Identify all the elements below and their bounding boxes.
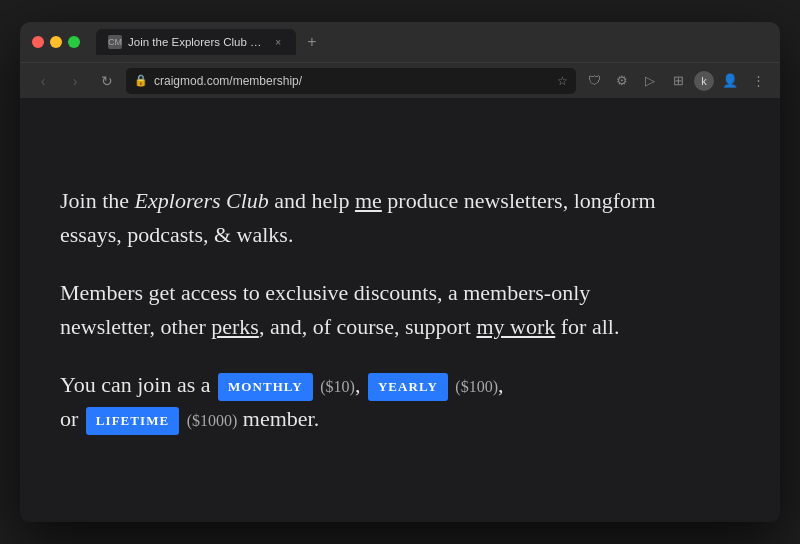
p1-text-after-em: and help <box>269 188 355 213</box>
yearly-price: ($100) <box>455 378 498 395</box>
address-bar[interactable]: 🔒 craigmod.com/membership/ ☆ <box>126 68 576 94</box>
nav-actions: 🛡 ⚙ ▷ ⊞ k 👤 ⋮ <box>582 69 770 93</box>
tab-bar: CM Join the Explorers Club — Be... × + <box>96 29 768 55</box>
p3-intro2: or <box>60 406 84 431</box>
lifetime-button[interactable]: LIFETIME <box>86 407 179 435</box>
me-link[interactable]: me <box>355 188 382 213</box>
address-text: craigmod.com/membership/ <box>154 74 551 88</box>
profile-k-icon[interactable]: k <box>694 71 714 91</box>
close-traffic-light[interactable] <box>32 36 44 48</box>
my-work-link[interactable]: my work <box>476 314 555 339</box>
monthly-price: ($10) <box>320 378 355 395</box>
forward-button[interactable]: › <box>62 68 88 94</box>
separator-2: , <box>498 372 504 397</box>
minimize-traffic-light[interactable] <box>50 36 62 48</box>
p3-intro: You can join as a <box>60 372 216 397</box>
browser-window: CM Join the Explorers Club — Be... × + ‹… <box>20 22 780 522</box>
tab-close-button[interactable]: × <box>272 35 284 49</box>
traffic-lights <box>32 36 80 48</box>
separator-1: , <box>355 372 361 397</box>
new-tab-button[interactable]: + <box>300 30 324 54</box>
p1-em-text: Explorers Club <box>135 188 269 213</box>
yearly-button[interactable]: YEARLY <box>368 373 448 401</box>
tab-favicon: CM <box>108 35 122 49</box>
bookmark-icon[interactable]: ☆ <box>557 74 568 88</box>
refresh-button[interactable]: ↻ <box>94 68 120 94</box>
lifetime-price: ($1000) <box>187 412 238 429</box>
p1-text-before-em: Join the <box>60 188 135 213</box>
tab-title: Join the Explorers Club — Be... <box>128 36 264 48</box>
back-button[interactable]: ‹ <box>30 68 56 94</box>
main-content: Join the Explorers Club and help me prod… <box>60 184 680 437</box>
extensions-icon[interactable]: ⚙ <box>610 69 634 93</box>
nav-bar: ‹ › ↻ 🔒 craigmod.com/membership/ ☆ 🛡 ⚙ ▷… <box>20 62 780 98</box>
title-bar: CM Join the Explorers Club — Be... × + <box>20 22 780 62</box>
lock-icon: 🔒 <box>134 74 148 87</box>
paragraph-3: You can join as a MONTHLY ($10), YEARLY … <box>60 368 680 436</box>
menu-icon[interactable]: ⋮ <box>746 69 770 93</box>
grid-icon[interactable]: ⊞ <box>666 69 690 93</box>
cast-icon[interactable]: ▷ <box>638 69 662 93</box>
paragraph-2: Members get access to exclusive discount… <box>60 276 680 344</box>
maximize-traffic-light[interactable] <box>68 36 80 48</box>
account-icon[interactable]: 👤 <box>718 69 742 93</box>
paragraph-1: Join the Explorers Club and help me prod… <box>60 184 680 252</box>
browser-tab[interactable]: CM Join the Explorers Club — Be... × <box>96 29 296 55</box>
p2-text3: for all. <box>555 314 619 339</box>
perks-link[interactable]: perks <box>211 314 259 339</box>
content-area: Join the Explorers Club and help me prod… <box>20 98 780 522</box>
p2-text2: , and, of course, support <box>259 314 477 339</box>
shield-icon[interactable]: 🛡 <box>582 69 606 93</box>
p3-outro: member. <box>237 406 319 431</box>
monthly-button[interactable]: MONTHLY <box>218 373 313 401</box>
